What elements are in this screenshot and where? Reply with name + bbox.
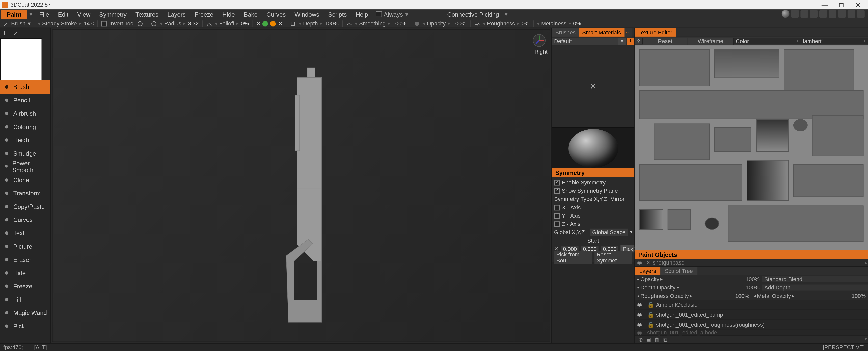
opacity-prev-icon[interactable]: ◂: [423, 21, 425, 26]
opacity-next-icon[interactable]: ▸: [448, 21, 450, 26]
eye-icon[interactable]: ◉: [637, 260, 644, 266]
menu-edit[interactable]: Edit: [54, 9, 73, 19]
tex-help-icon[interactable]: ?: [635, 38, 643, 44]
menu-view[interactable]: View: [73, 9, 95, 19]
layer-opacity-value[interactable]: 100%: [741, 276, 762, 282]
radius-label[interactable]: Radius: [164, 21, 181, 27]
tool-magic-wand[interactable]: Magic Wand: [0, 306, 51, 319]
prev-icon[interactable]: ◂: [38, 21, 40, 26]
ortho-icon[interactable]: [819, 10, 827, 18]
settings-icon[interactable]: [838, 10, 846, 18]
tex-channel-select[interactable]: Color ▾: [734, 38, 801, 44]
radius-prev-icon[interactable]: ◂: [160, 21, 162, 26]
uv-texture-view[interactable]: [635, 45, 868, 250]
room-selector[interactable]: Paint: [1, 9, 27, 19]
smoothing-value[interactable]: 100%: [392, 21, 406, 27]
symmetry-type-label[interactable]: Symmetry Type X,Y,Z, Mirror: [554, 196, 625, 202]
rough-next-icon[interactable]: ▸: [517, 21, 520, 26]
material-dropdown-icon[interactable]: ▾: [618, 37, 626, 44]
close-icon[interactable]: ✕: [590, 82, 596, 91]
eye-icon[interactable]: ◉: [637, 322, 645, 328]
wireframe-icon[interactable]: [829, 10, 836, 18]
menu-layers[interactable]: Layers: [163, 9, 190, 19]
metalness-label[interactable]: Metalness: [541, 21, 566, 27]
help-icon[interactable]: [857, 10, 865, 18]
radius-next-icon[interactable]: ▸: [183, 21, 186, 26]
brush-dropdown-icon[interactable]: ▾: [28, 21, 31, 27]
reset-symmetry-button[interactable]: Reset Symmet: [594, 251, 632, 264]
falloff-next-icon[interactable]: ▸: [237, 21, 239, 26]
brush-label[interactable]: Brush: [11, 21, 26, 27]
tool-clone[interactable]: Clone: [0, 173, 51, 187]
material-add-button[interactable]: +: [626, 37, 634, 44]
tab-brushes[interactable]: Brushes: [552, 28, 579, 37]
delete-layer-icon[interactable]: 🗑: [654, 337, 660, 343]
paint-object-row[interactable]: ◉ ✕ shotgunbase ▴: [635, 259, 868, 267]
tool-fill[interactable]: Fill: [0, 293, 51, 306]
expand-icon[interactable]: ✕: [646, 260, 651, 266]
tool-text[interactable]: Text: [0, 226, 51, 240]
tool-pencil[interactable]: Pencil: [0, 94, 51, 107]
tool-height[interactable]: Height: [0, 133, 51, 147]
tool-eraser[interactable]: Eraser: [0, 253, 51, 266]
pick-from-bound-button[interactable]: Pick from Bou: [554, 251, 592, 264]
tool-smudge[interactable]: Smudge: [0, 147, 51, 160]
smooth-prev-icon[interactable]: ◂: [355, 21, 357, 26]
depth-opacity-label[interactable]: Depth Opacity: [641, 285, 676, 291]
metal-opacity-value[interactable]: 100%: [847, 293, 868, 299]
window-maximize[interactable]: □: [833, 1, 850, 8]
tab-texture-editor[interactable]: Texture Editor: [635, 28, 676, 37]
falloff-label[interactable]: Falloff: [219, 21, 234, 27]
tool-picture[interactable]: Picture: [0, 240, 51, 253]
camera-icon[interactable]: [791, 10, 799, 18]
menu-curves[interactable]: Curves: [262, 9, 290, 19]
tool-coloring[interactable]: Coloring: [0, 120, 51, 133]
material-category[interactable]: Default: [552, 37, 618, 44]
room-dropdown-icon[interactable]: ▾: [27, 10, 35, 18]
scroll-up-icon[interactable]: ▴: [865, 260, 867, 265]
menu-bake[interactable]: Bake: [239, 9, 262, 19]
tool-hide[interactable]: Hide: [0, 266, 51, 280]
orange-dot-icon[interactable]: [271, 21, 276, 26]
space-selector[interactable]: Global Space: [590, 229, 628, 236]
eye-icon[interactable]: ◉: [637, 302, 645, 308]
duplicate-layer-icon[interactable]: ⧉: [662, 337, 669, 343]
lock-icon[interactable]: 🔒: [647, 322, 654, 328]
lock-icon[interactable]: 🔒: [647, 312, 654, 318]
tab-menu-icon[interactable]: ⋯: [624, 28, 632, 37]
x-icon-2[interactable]: ✕: [278, 21, 283, 27]
grid-icon[interactable]: [810, 10, 818, 18]
metalness-value[interactable]: 0%: [573, 21, 581, 27]
metal-next-icon[interactable]: ▸: [569, 21, 571, 26]
text-tool-shortcut-icon[interactable]: T: [2, 29, 9, 36]
z-axis-checkbox[interactable]: [554, 221, 560, 227]
picking-mode[interactable]: Connective Picking: [444, 9, 502, 19]
tool-transform[interactable]: Transform: [0, 187, 51, 200]
viewport-3d[interactable]: Right: [52, 29, 550, 342]
falloff-value[interactable]: 0%: [241, 21, 249, 27]
x-icon[interactable]: ✕: [256, 21, 261, 27]
metal-opacity-label[interactable]: Metal Opacity: [757, 293, 791, 299]
brush-shortcut-icon[interactable]: [12, 29, 19, 36]
layer-opacity-label[interactable]: Opacity: [641, 276, 659, 282]
tool-power-smooth[interactable]: Power-Smooth: [0, 160, 51, 173]
rough-opacity-value[interactable]: 100%: [731, 293, 751, 299]
layer-row[interactable]: ◉🔒AmbientOcclusion: [635, 300, 868, 310]
tab-sculpt-tree[interactable]: Sculpt Tree: [660, 267, 697, 275]
enable-symmetry-checkbox[interactable]: [554, 180, 560, 185]
show-plane-checkbox[interactable]: [554, 188, 560, 193]
menu-windows[interactable]: Windows: [290, 9, 324, 19]
material-grid[interactable]: ✕: [552, 45, 634, 127]
symmetry-header[interactable]: Symmetry: [552, 168, 634, 177]
tool-copy-paste[interactable]: Copy/Paste: [0, 200, 51, 213]
invert-checkbox[interactable]: [101, 21, 107, 26]
window-close[interactable]: ✕: [850, 1, 867, 8]
menu-freeze[interactable]: Freeze: [190, 9, 218, 19]
falloff-prev-icon[interactable]: ◂: [215, 21, 217, 26]
tool-brush[interactable]: Brush: [0, 80, 51, 94]
eye-icon[interactable]: ◉: [637, 312, 645, 318]
roughness-label[interactable]: Roughness: [487, 21, 515, 27]
menu-symmetry[interactable]: Symmetry: [95, 9, 131, 19]
depth-next-icon[interactable]: ▸: [320, 21, 322, 26]
depth-opacity-value[interactable]: 100%: [741, 285, 762, 291]
